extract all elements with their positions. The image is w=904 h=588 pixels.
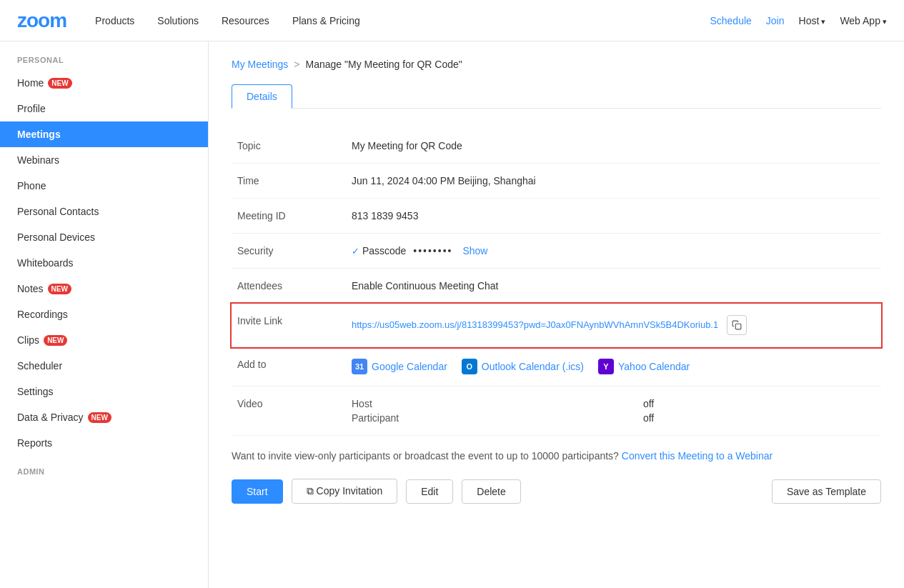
video-value: Host off Participant off <box>346 387 881 436</box>
sidebar-section-admin: ADMIN <box>0 467 208 482</box>
calendar-links: 31 Google Calendar O Outlook Calendar (.… <box>352 359 875 374</box>
start-button[interactable]: Start <box>232 479 283 504</box>
outlook-calendar-link[interactable]: O Outlook Calendar (.ics) <box>462 359 584 374</box>
security-show-link[interactable]: Show <box>462 245 487 256</box>
breadcrumb-separator: > <box>294 59 299 70</box>
attendees-value: Enable Continuous Meeting Chat <box>346 269 881 304</box>
sidebar-item-phone[interactable]: Phone <box>0 173 208 199</box>
sidebar-item-label-home: Home <box>17 77 44 89</box>
row-invite-link: Invite Link https://us05web.zoom.us/j/81… <box>232 304 881 347</box>
sidebar-item-clips[interactable]: Clips NEW <box>0 327 208 353</box>
row-time: Time Jun 11, 2024 04:00 PM Beijing, Shan… <box>232 164 881 199</box>
sidebar-item-recordings[interactable]: Recordings <box>0 302 208 327</box>
sidebar-badge-notes: NEW <box>48 284 71 294</box>
invite-link-value: https://us05web.zoom.us/j/81318399453?pw… <box>346 304 881 347</box>
sidebar-item-label-webinars: Webinars <box>17 154 59 166</box>
sidebar-badge-clips: NEW <box>44 335 67 346</box>
yahoo-calendar-icon: Y <box>598 359 614 374</box>
google-calendar-icon: 31 <box>352 359 367 374</box>
sidebar-section-personal: PERSONAL <box>0 56 208 70</box>
row-topic: Topic My Meeting for QR Code <box>232 129 881 164</box>
add-to-value: 31 Google Calendar O Outlook Calendar (.… <box>346 347 881 387</box>
webinar-note-text: Want to invite view-only participants or… <box>232 450 619 462</box>
sidebar-item-scheduler[interactable]: Scheduler <box>0 353 208 379</box>
webinar-note: Want to invite view-only participants or… <box>232 450 881 462</box>
sidebar-item-notes[interactable]: Notes NEW <box>0 276 208 302</box>
security-value: ✓ Passcode •••••••• Show <box>346 234 881 269</box>
breadcrumb-parent[interactable]: My Meetings <box>232 59 288 70</box>
sidebar-item-personal-devices[interactable]: Personal Devices <box>0 224 208 250</box>
copy-invitation-button[interactable]: ⧉Copy Invitation <box>292 479 398 504</box>
security-label: Security <box>232 234 346 269</box>
nav-plans[interactable]: Plans & Pricing <box>292 15 360 26</box>
save-as-template-button[interactable]: Save as Template <box>772 479 881 504</box>
sidebar-item-home[interactable]: Home NEW <box>0 70 208 96</box>
nav-host[interactable]: Host <box>799 15 826 26</box>
sidebar-item-webinars[interactable]: Webinars <box>0 147 208 173</box>
sidebar-item-profile[interactable]: Profile <box>0 96 208 121</box>
nav-join[interactable]: Join <box>766 15 785 26</box>
nav-solutions[interactable]: Solutions <box>157 15 199 26</box>
video-participant-value: off <box>643 412 875 424</box>
action-bar: Start ⧉Copy Invitation Edit Delete Save … <box>232 479 881 504</box>
video-label: Video <box>232 387 346 436</box>
security-passcode-label: Passcode <box>362 245 406 256</box>
nav-right: Schedule Join Host Web App <box>710 15 887 26</box>
sidebar-item-reports[interactable]: Reports <box>0 430 208 456</box>
sidebar-item-personal-contacts[interactable]: Personal Contacts <box>0 199 208 224</box>
copy-invitation-icon: ⧉ <box>307 485 314 497</box>
main-layout: PERSONAL Home NEW Profile Meetings Webin… <box>0 41 904 588</box>
sidebar-item-label-personal-devices: Personal Devices <box>17 231 95 243</box>
sidebar-item-meetings[interactable]: Meetings <box>0 121 208 147</box>
sidebar-badge-data-privacy: NEW <box>88 412 111 423</box>
sidebar-item-label-data-privacy: Data & Privacy <box>17 412 84 423</box>
tab-details[interactable]: Details <box>232 84 292 109</box>
copy-invitation-label: Copy Invitation <box>317 485 383 497</box>
nav-products[interactable]: Products <box>95 15 134 26</box>
video-grid: Host off Participant off <box>352 398 875 424</box>
sidebar-item-whiteboards[interactable]: Whiteboards <box>0 250 208 276</box>
sidebar-badge-home: NEW <box>48 78 71 89</box>
yahoo-calendar-label: Yahoo Calendar <box>618 361 690 372</box>
delete-button[interactable]: Delete <box>462 479 520 504</box>
sidebar-item-label-reports: Reports <box>17 437 52 449</box>
invite-link-url[interactable]: https://us05web.zoom.us/j/81318399453?pw… <box>352 319 718 330</box>
nav-resources[interactable]: Resources <box>222 15 269 26</box>
time-value: Jun 11, 2024 04:00 PM Beijing, Shanghai <box>346 164 881 199</box>
sidebar-item-settings[interactable]: Settings <box>0 379 208 404</box>
convert-to-webinar-link[interactable]: Convert this Meeting to a Webinar <box>622 450 773 462</box>
copy-link-icon[interactable] <box>727 315 747 335</box>
video-host-label: Host <box>352 398 620 409</box>
topic-value: My Meeting for QR Code <box>346 129 881 164</box>
google-calendar-link[interactable]: 31 Google Calendar <box>352 359 447 374</box>
sidebar-item-label-settings: Settings <box>17 386 54 397</box>
row-attendees: Attendees Enable Continuous Meeting Chat <box>232 269 881 304</box>
sidebar-item-label-profile: Profile <box>17 103 46 114</box>
yahoo-calendar-link[interactable]: Y Yahoo Calendar <box>598 359 690 374</box>
sidebar-item-label-meetings: Meetings <box>17 129 61 140</box>
details-table: Topic My Meeting for QR Code Time Jun 11… <box>232 129 881 436</box>
sidebar-item-label-clips: Clips <box>17 334 39 346</box>
outlook-calendar-icon: O <box>462 359 477 374</box>
row-meeting-id: Meeting ID 813 1839 9453 <box>232 199 881 234</box>
breadcrumb: My Meetings > Manage "My Meeting for QR … <box>232 59 881 70</box>
main-content: My Meetings > Manage "My Meeting for QR … <box>209 41 904 588</box>
sidebar-item-label-recordings: Recordings <box>17 309 68 320</box>
logo[interactable]: zoom <box>17 9 66 32</box>
google-calendar-label: Google Calendar <box>372 361 447 372</box>
sidebar-item-data-privacy[interactable]: Data & Privacy NEW <box>0 404 208 430</box>
security-check-icon: ✓ <box>352 246 359 256</box>
meeting-id-label: Meeting ID <box>232 199 346 234</box>
nav-schedule[interactable]: Schedule <box>710 15 751 26</box>
meeting-id-value: 813 1839 9453 <box>346 199 881 234</box>
video-host-value: off <box>643 398 875 409</box>
row-add-to: Add to 31 Google Calendar O Outlook Cale… <box>232 347 881 387</box>
top-nav: zoom Products Solutions Resources Plans … <box>0 0 904 41</box>
topic-label: Topic <box>232 129 346 164</box>
edit-button[interactable]: Edit <box>406 479 453 504</box>
nav-webapp[interactable]: Web App <box>840 15 887 26</box>
invite-link-label: Invite Link <box>232 304 346 347</box>
sidebar-item-label-scheduler: Scheduler <box>17 360 62 372</box>
row-security: Security ✓ Passcode •••••••• Show <box>232 234 881 269</box>
sidebar-item-label-whiteboards: Whiteboards <box>17 257 74 269</box>
